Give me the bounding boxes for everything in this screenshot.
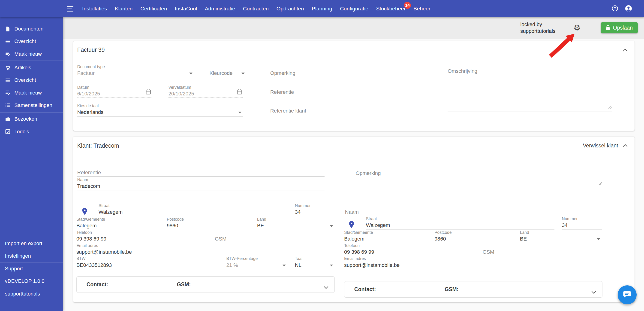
calendar-icon[interactable] [146, 89, 151, 96]
klant-referentie-input[interactable]: Referentie [77, 169, 324, 177]
field-value: support@instamobile.be [344, 261, 602, 269]
field-value: Walzegem [98, 208, 288, 216]
field-label: Email adres [344, 256, 602, 261]
nav-item-stockbeheer[interactable]: Stockbeheer 14 [376, 6, 406, 12]
address2-email-field[interactable]: Email adres support@instamobile.be [344, 256, 602, 269]
address1-stad-field[interactable]: Stad/Gemeente Balegem [76, 217, 152, 230]
address2-postcode-field[interactable]: Postcode 9860 [434, 230, 512, 243]
address1-straat-field[interactable]: Straat Walzegem [98, 203, 288, 216]
field-value: Nederlands [77, 109, 243, 116]
nav-item-beheer[interactable]: Beheer [414, 6, 430, 12]
kleurcode-select[interactable]: Kleurcode [209, 70, 246, 77]
address1-contact-expander[interactable]: Contact: GSM: [76, 276, 335, 293]
address2-land-select[interactable]: Land BE [520, 230, 602, 243]
sidebar-item-label: Import en export [5, 240, 42, 246]
referentie-input[interactable]: Referentie [270, 89, 436, 96]
sidebar-item-todos[interactable]: Todo's [0, 125, 63, 138]
nav-item-planning[interactable]: Planning [312, 6, 332, 12]
field-label: Straat [366, 216, 554, 222]
address1-nummer-field[interactable]: Nummer 34 [295, 203, 335, 216]
sidebar-item-label: Overzicht [14, 77, 36, 83]
klant-card: Klant: Tradecom Verwissel klant Referent… [73, 137, 634, 302]
articles-icon [5, 65, 10, 71]
sidebar-item-maak-nieuw-document[interactable]: Maak nieuw [0, 48, 63, 60]
address2-straat-field[interactable]: Straat Walzegem [366, 216, 554, 229]
field-value: support@instamobile.be [76, 248, 335, 256]
version-text: vDEVELOP 1.0.0 [5, 278, 44, 284]
address2-contact-expander[interactable]: Contact: GSM: [344, 281, 602, 297]
omschrijving-label: Omschrijving [448, 68, 477, 74]
nav-item-installaties[interactable]: Installaties [82, 6, 107, 12]
address1-gsm-input[interactable]: GSM [215, 235, 335, 243]
username-text: supporttutorials [5, 291, 40, 297]
documents-icon [5, 26, 10, 32]
field-value: 9860 [167, 222, 244, 230]
field-value: 6/10/2025 [77, 90, 152, 98]
menu-icon[interactable] [67, 6, 74, 14]
address1-land-select[interactable]: Land BE [257, 217, 335, 230]
resize-grip-icon[interactable] [608, 103, 612, 111]
opmerking-input[interactable]: Opmerking [270, 70, 436, 77]
field-label: Datum [77, 85, 152, 90]
locked-by-line2: supporttutorials [520, 28, 555, 35]
address1-btw-percentage-select[interactable]: BTW-Percentage 21 % [226, 256, 288, 269]
address2-nummer-field[interactable]: Nummer 34 [562, 216, 602, 229]
nav-item-certificaten[interactable]: Certificaten [140, 6, 167, 12]
field-label: Vervaldatum [168, 85, 243, 90]
sidebar-item-label: Support [5, 266, 23, 272]
address2-telefoon-field[interactable]: Telefoon 09 398 69 99 [344, 243, 465, 256]
klant-naam-input[interactable]: Naam Tradecom [77, 177, 324, 190]
sidebar-item-bezoeken[interactable]: Bezoeken [0, 113, 63, 125]
contact-label: Contact: [86, 281, 108, 288]
address2-naam-input[interactable]: Naam [345, 208, 466, 216]
nav-item-configuratie[interactable]: Configuratie [340, 6, 368, 12]
calendar-icon[interactable] [237, 89, 242, 96]
vervaldatum-datepicker[interactable]: Vervaldatum 20/10/2025 [168, 85, 243, 98]
collapse-icon[interactable] [621, 46, 630, 54]
taal-select[interactable]: Kies de taal Nederlands [77, 103, 243, 116]
field-value: Balegem [76, 222, 152, 230]
address1-email-field[interactable]: Email adres support@instamobile.be [76, 243, 335, 256]
address2-stad-field[interactable]: Stad/Gemeente Balegem [344, 230, 420, 243]
field-label: Stad/Gemeente [76, 217, 152, 222]
verwissel-klant-button[interactable]: Verwissel klant [583, 143, 618, 149]
field-placeholder: GSM [215, 235, 335, 243]
klant-opmerking-textarea[interactable] [356, 176, 602, 188]
datum-datepicker[interactable]: Datum 6/10/2025 [77, 85, 152, 98]
sidebar-item-samenstellingen[interactable]: Samenstellingen [0, 99, 63, 112]
nav-item-instacool[interactable]: InstaCool [175, 6, 197, 12]
document-type-select[interactable]: Document type Factuur [77, 64, 194, 77]
address2-gsm-input[interactable]: GSM [483, 248, 602, 256]
sidebar-footer: Import en export Instellingen Support vD… [0, 237, 63, 300]
address1-postcode-field[interactable]: Postcode 9860 [167, 217, 244, 230]
sidebar-item-documenten[interactable]: Documenten [0, 23, 63, 35]
sidebar-item-overzicht-artikels[interactable]: Overzicht [0, 74, 63, 86]
account-icon[interactable] [624, 5, 632, 14]
omschrijving-textarea[interactable] [448, 74, 612, 112]
klant-card-title: Klant: Tradecom [77, 142, 119, 149]
nav-item-opdrachten[interactable]: Opdrachten [276, 6, 304, 12]
help-icon[interactable]: ? [612, 5, 618, 14]
sidebar-item-overzicht-documenten[interactable]: Overzicht [0, 35, 63, 48]
sidebar-item-artikels[interactable]: Artikels [0, 62, 63, 74]
sidebar-item-instellingen[interactable]: Instellingen [0, 250, 63, 262]
field-label: Telefoon [344, 243, 465, 248]
settings-gear-icon[interactable]: ⚙ [570, 22, 584, 35]
collapse-icon[interactable] [621, 141, 630, 150]
sidebar-item-import-export[interactable]: Import en export [0, 237, 63, 250]
address1-taal-select[interactable]: Taal NL [295, 256, 335, 269]
referentie-klant-input[interactable]: Referentie klant [270, 107, 436, 115]
address1-btw-field[interactable]: BTW BE0433512893 [76, 256, 220, 269]
field-value: Tradecom [77, 183, 324, 190]
nav-item-administratie[interactable]: Administratie [205, 6, 235, 12]
address1-telefoon-field[interactable]: Telefoon 09 398 69 99 [76, 230, 197, 243]
sidebar-item-support[interactable]: Support [0, 262, 63, 275]
nav-item-klanten[interactable]: Klanten [115, 6, 132, 12]
save-button[interactable]: Opslaan [601, 22, 638, 33]
top-navigation-bar: Installaties Klanten Certificaten InstaC… [0, 0, 644, 17]
resize-grip-icon[interactable] [598, 180, 602, 187]
locked-by-line1: locked by [520, 21, 555, 28]
sidebar-item-maak-nieuw-artikel[interactable]: Maak nieuw [0, 86, 63, 99]
nav-item-contracten[interactable]: Contracten [243, 6, 269, 12]
chat-button[interactable] [618, 285, 636, 304]
